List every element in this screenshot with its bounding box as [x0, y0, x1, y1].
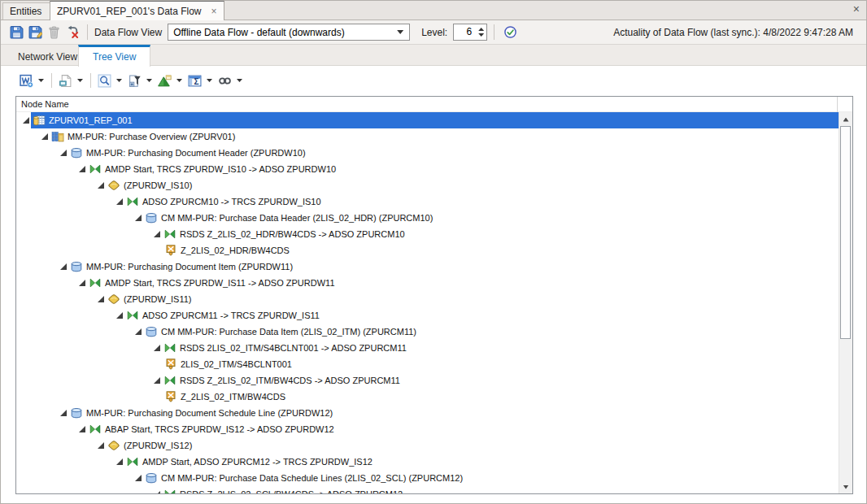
expand-toggle-icon[interactable]: [77, 164, 87, 174]
tree-row-body[interactable]: MM-PUR: Purchasing Document Schedule Lin…: [68, 405, 839, 421]
tree-row-body[interactable]: CM MM-PUR: Purchase Data Header (2LIS_02…: [143, 210, 839, 226]
table-aggregation-button[interactable]: Σ: [185, 72, 203, 89]
tree-row[interactable]: MM-PUR: Purchasing Document Item (ZPURDW…: [16, 259, 839, 275]
tree-row[interactable]: AMDP Start, TRCS ZPURDW_IS10 -> ADSO ZPU…: [16, 161, 839, 177]
tree-row-body[interactable]: (ZPURDW_IS12): [106, 437, 839, 454]
expand-toggle-icon[interactable]: [21, 115, 31, 125]
filter-button[interactable]: [125, 72, 143, 89]
save-button[interactable]: [7, 23, 26, 41]
delete-button[interactable]: [45, 23, 63, 41]
search-button[interactable]: [95, 72, 113, 89]
tree-row[interactable]: MM-PUR: Purchasing Document Schedule Lin…: [16, 405, 839, 421]
save-all-button[interactable]: [26, 23, 45, 41]
tree-row[interactable]: RSDS Z_2LIS_02_ITM/BW4CDS -> ADSO ZPURCM…: [16, 372, 839, 389]
expand-toggle-icon[interactable]: [40, 132, 50, 141]
tree-row-body[interactable]: AMDP Start, TRCS ZPURDW_IS10 -> ADSO ZPU…: [87, 161, 839, 177]
hierarchy-settings-button[interactable]: [155, 72, 173, 89]
tree-row[interactable]: 2LIS_02_ITM/S4BCLNT001: [16, 356, 839, 372]
tree-row-body[interactable]: AMDP Start, ADSO ZPURCM12 -> TRCS ZPURDW…: [124, 454, 839, 470]
filter-dropdown[interactable]: [143, 72, 155, 89]
open-data-flow-button[interactable]: [17, 72, 35, 89]
expand-toggle-icon[interactable]: [59, 148, 68, 158]
scrollbar-thumb[interactable]: [840, 126, 851, 339]
tree-row[interactable]: MM-PUR: Purchasing Document Header (ZPUR…: [16, 145, 839, 161]
tree-row[interactable]: CM MM-PUR: Purchase Data Header (2LIS_02…: [16, 210, 839, 226]
link-objects-button[interactable]: [216, 72, 233, 89]
tree-row-body[interactable]: (ZPURDW_IS10): [106, 177, 839, 193]
level-input[interactable]: 6: [453, 24, 487, 41]
expand-toggle-icon[interactable]: [133, 213, 143, 223]
tree-row-body[interactable]: RSDS 2LIS_02_ITM/S4BCLNT001 -> ADSO ZPUR…: [162, 340, 839, 356]
tree-row-body[interactable]: 2LIS_02_ITM/S4BCLNT001: [163, 356, 839, 372]
expand-toggle-icon[interactable]: [152, 229, 162, 239]
expand-toggle-icon[interactable]: [77, 278, 87, 288]
expand-toggle-icon[interactable]: [133, 327, 143, 337]
tab-data-flow[interactable]: ZPURV01_REP_001's Data Flow ×: [50, 1, 224, 20]
node-name-column-header[interactable]: Node Name: [16, 97, 852, 112]
tree-row[interactable]: AMDP Start, TRCS ZPURDW_IS11 -> ADSO ZPU…: [16, 275, 839, 291]
tree-row[interactable]: RSDS Z_2LIS_02_SCL/BW4CDS -> ADSO ZPURCM…: [16, 486, 839, 493]
tree-row[interactable]: ABAP Start, TRCS ZPURDW_IS12 -> ADSO ZPU…: [16, 421, 839, 437]
tree-row-body[interactable]: AMDP Start, TRCS ZPURDW_IS11 -> ADSO ZPU…: [87, 275, 839, 291]
spin-up-icon[interactable]: [478, 28, 484, 31]
link-objects-dropdown[interactable]: [233, 72, 246, 89]
tree-row[interactable]: Z_2LIS_02_ITM/BW4CDS: [16, 389, 839, 405]
expand-toggle-icon[interactable]: [152, 343, 162, 353]
tree-row-body[interactable]: CM MM-PUR: Purchase Data Item (2LIS_02_I…: [143, 324, 839, 340]
documentation-dropdown[interactable]: [74, 72, 86, 89]
pane-close-icon[interactable]: ×: [853, 3, 860, 15]
tree-row[interactable]: ZPURV01_REP_001: [16, 112, 839, 128]
scroll-up-icon[interactable]: [839, 113, 852, 126]
tree-row-body[interactable]: RSDS Z_2LIS_02_SCL/BW4CDS -> ADSO ZPURCM…: [162, 486, 839, 493]
tree-row[interactable]: ADSO ZPURCM11 -> TRCS ZPURDW_IS11: [16, 307, 839, 324]
discard-changes-button[interactable]: [63, 23, 82, 41]
tree-row-body[interactable]: (ZPURDW_IS11): [106, 291, 839, 307]
tree-row[interactable]: (ZPURDW_IS10): [16, 177, 839, 193]
expand-toggle-icon[interactable]: [96, 180, 106, 190]
expand-toggle-icon[interactable]: [77, 424, 87, 434]
tree-row[interactable]: ADSO ZPURCM10 -> TRCS ZPURDW_IS10: [16, 193, 839, 210]
tree-row[interactable]: CM MM-PUR: Purchase Data Schedule Lines …: [16, 470, 839, 486]
tree-row-body[interactable]: MM-PUR: Purchasing Document Header (ZPUR…: [68, 145, 839, 161]
tree-row[interactable]: RSDS 2LIS_02_ITM/S4BCLNT001 -> ADSO ZPUR…: [16, 340, 839, 356]
expand-toggle-icon[interactable]: [59, 262, 68, 272]
scroll-down-icon[interactable]: [839, 480, 852, 493]
expand-toggle-icon[interactable]: [152, 489, 162, 493]
expand-toggle-icon[interactable]: [115, 197, 124, 206]
data-flow-view-select[interactable]: Offline Data Flow - default (downwards): [168, 24, 410, 41]
tree-row-body[interactable]: MM-PUR: Purchasing Document Item (ZPURDW…: [68, 259, 839, 275]
tree-row[interactable]: MM-PUR: Purchase Overview (ZPURV01): [16, 128, 839, 145]
expand-toggle-icon[interactable]: [59, 408, 68, 418]
expand-toggle-icon[interactable]: [115, 457, 124, 467]
expand-toggle-icon[interactable]: [96, 294, 106, 304]
vertical-scrollbar[interactable]: [839, 112, 852, 493]
hierarchy-settings-dropdown[interactable]: [173, 72, 185, 89]
tree-row[interactable]: Z_2LIS_02_HDR/BW4CDS: [16, 242, 839, 259]
tree-row-body[interactable]: Z_2LIS_02_HDR/BW4CDS: [163, 242, 839, 259]
documentation-button[interactable]: [56, 72, 74, 89]
scrollbar-track[interactable]: [839, 126, 852, 480]
tree-row[interactable]: RSDS Z_2LIS_02_HDR/BW4CDS -> ADSO ZPURCM…: [16, 226, 839, 242]
tree-row-body[interactable]: Z_2LIS_02_ITM/BW4CDS: [163, 389, 839, 405]
tree-row[interactable]: (ZPURDW_IS12): [16, 437, 839, 454]
expand-toggle-icon[interactable]: [152, 376, 162, 385]
search-dropdown[interactable]: [113, 72, 125, 89]
tree-row-body[interactable]: ADSO ZPURCM11 -> TRCS ZPURDW_IS11: [124, 307, 839, 324]
tree-row-body[interactable]: CM MM-PUR: Purchase Data Schedule Lines …: [143, 470, 839, 486]
table-aggregation-dropdown[interactable]: [203, 72, 216, 89]
last-sync-button[interactable]: [501, 23, 520, 41]
expand-toggle-icon[interactable]: [96, 441, 106, 450]
spin-down-icon[interactable]: [478, 33, 484, 37]
tree-row[interactable]: (ZPURDW_IS11): [16, 291, 839, 307]
tree-row[interactable]: AMDP Start, ADSO ZPURCM12 -> TRCS ZPURDW…: [16, 454, 839, 470]
tree-row-body[interactable]: ZPURV01_REP_001: [31, 112, 839, 128]
tree-row[interactable]: CM MM-PUR: Purchase Data Item (2LIS_02_I…: [16, 324, 839, 340]
close-icon[interactable]: ×: [211, 7, 217, 16]
column-divider[interactable]: [837, 97, 838, 112]
tree-row-body[interactable]: MM-PUR: Purchase Overview (ZPURV01): [50, 128, 839, 145]
tree-row-body[interactable]: RSDS Z_2LIS_02_ITM/BW4CDS -> ADSO ZPURCM…: [162, 372, 839, 389]
expand-toggle-icon[interactable]: [133, 473, 143, 483]
tree-row-body[interactable]: ADSO ZPURCM10 -> TRCS ZPURDW_IS10: [124, 193, 839, 210]
tree-row-body[interactable]: ABAP Start, TRCS ZPURDW_IS12 -> ADSO ZPU…: [87, 421, 839, 437]
open-data-flow-dropdown[interactable]: [35, 72, 47, 89]
